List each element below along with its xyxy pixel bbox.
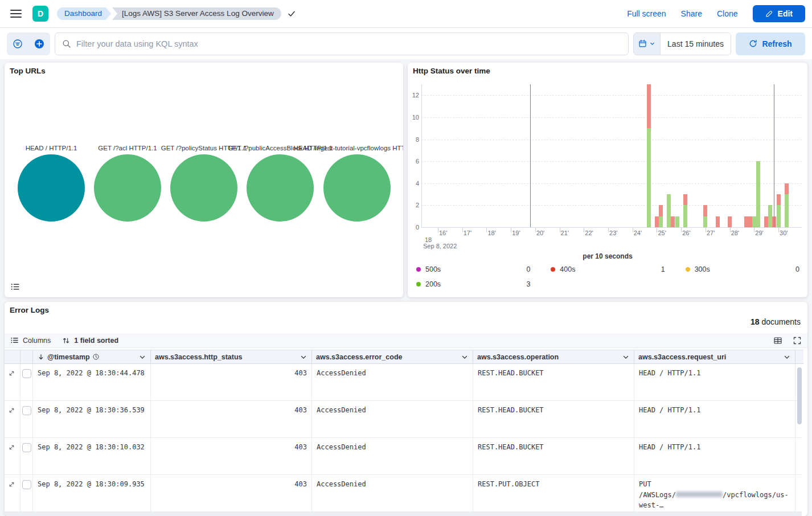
add-filter-button[interactable]: [30, 32, 49, 55]
bar-segment-200s[interactable]: [785, 194, 789, 227]
pie-slice[interactable]: [323, 154, 391, 222]
pie-slice[interactable]: [247, 154, 314, 222]
column-actions-icon[interactable]: [783, 353, 791, 361]
column-header--timestamp[interactable]: @timestamp: [33, 350, 151, 364]
x-axis-tick: [681, 227, 682, 232]
expand-document-button[interactable]: [8, 407, 15, 416]
x-axis-tick-label: 18': [487, 230, 495, 236]
share-button[interactable]: Share: [681, 9, 702, 18]
menu-toggle-button[interactable]: [10, 10, 22, 18]
legend-item-300s[interactable]: 300s0: [686, 263, 799, 276]
data-grid-body: Sep 8, 2022 @ 18:30:44.478403AccessDenie…: [5, 364, 802, 516]
column-header-aws-s3access-request-uri[interactable]: aws.s3access.request_uri: [634, 350, 795, 364]
select-row-checkbox[interactable]: [22, 369, 31, 378]
columns-button-label: Columns: [23, 337, 51, 345]
pie-slice[interactable]: [18, 154, 85, 222]
bar-segment-200s[interactable]: [659, 216, 663, 227]
edit-button[interactable]: Edit: [753, 5, 805, 22]
x-axis-tick: [560, 227, 560, 232]
bar-segment-400s[interactable]: [785, 183, 789, 194]
breadcrumb-dashboard[interactable]: Dashboard: [57, 7, 111, 20]
bar-segment-400s[interactable]: [655, 216, 659, 227]
kql-search-input[interactable]: Filter your data using KQL syntax: [55, 32, 629, 55]
display-density-button[interactable]: [773, 336, 782, 345]
cell-http_status: 403: [151, 475, 312, 512]
time-range-button[interactable]: Last 15 minutes: [661, 33, 731, 55]
legend-item-200s[interactable]: 200s3: [416, 278, 530, 290]
bar-segment-400s[interactable]: [744, 216, 748, 227]
header-lead-cell: [5, 350, 20, 364]
expand-document-button[interactable]: [8, 370, 15, 379]
bar-segment-200s[interactable]: [683, 205, 687, 227]
select-row-checkbox[interactable]: [22, 480, 31, 489]
bar-segment-400s[interactable]: [716, 216, 720, 227]
select-row-checkbox[interactable]: [22, 406, 31, 415]
bar-segment-200s[interactable]: [768, 205, 772, 227]
bar-segment-400s[interactable]: [703, 205, 707, 216]
full-screen-button[interactable]: Full screen: [627, 9, 666, 18]
legend-item-400s[interactable]: 400s1: [551, 263, 665, 276]
date-picker-calendar-button[interactable]: [634, 33, 661, 55]
documents-count-label: documents: [762, 317, 801, 326]
column-actions-icon[interactable]: [138, 353, 146, 361]
bar-segment-200s[interactable]: [647, 128, 651, 227]
column-actions-icon[interactable]: [622, 353, 630, 361]
bar-segment-400s[interactable]: [659, 205, 663, 216]
x-axis-tick: [657, 227, 657, 232]
legend-color-dot: [551, 267, 555, 272]
column-header-aws-s3access-error-code[interactable]: aws.s3access.error_code: [312, 350, 473, 364]
x-axis-tick-label: 24': [634, 230, 642, 236]
bar-segment-200s[interactable]: [675, 216, 679, 227]
column-actions-icon[interactable]: [300, 353, 307, 361]
filter-options-button[interactable]: [8, 32, 27, 55]
bar-segment-400s[interactable]: [764, 216, 768, 227]
bar-segment-400s[interactable]: [647, 84, 651, 128]
expand-document-button[interactable]: [8, 444, 15, 453]
columns-button[interactable]: Columns: [10, 336, 51, 345]
column-header-aws-s3access-http-status[interactable]: aws.s3access.http_status: [151, 350, 312, 364]
x-axis-tick-label: 25': [658, 230, 666, 236]
bar-segment-200s[interactable]: [667, 194, 671, 227]
bar-segment-400s[interactable]: [772, 216, 776, 227]
clone-button[interactable]: Clone: [717, 9, 738, 18]
bar-segment-400s[interactable]: [748, 216, 752, 227]
pie-label: HEAD / HTTP/1.1: [26, 145, 77, 151]
cell-http_status: 403: [151, 401, 312, 438]
pie-slice[interactable]: [94, 154, 161, 222]
search-placeholder: Filter your data using KQL syntax: [76, 39, 198, 48]
cell-timestamp: Sep 8, 2022 @ 18:30:10.032: [33, 438, 151, 475]
cell-timestamp: Sep 8, 2022 @ 18:30:36.539: [33, 401, 151, 438]
sort-fields-button[interactable]: 1 field sorted: [62, 337, 118, 345]
column-header-label: aws.s3access.operation: [477, 353, 559, 361]
x-axis-tick-label: 29': [755, 230, 763, 236]
bar-segment-400s[interactable]: [683, 194, 687, 205]
bar-segment-200s[interactable]: [777, 205, 781, 227]
bar-segment-200s[interactable]: [703, 216, 707, 227]
legend-item-500s[interactable]: 500s0: [416, 263, 530, 276]
cell-timestamp: Sep 8, 2022 @ 18:30:44.478: [33, 364, 151, 401]
bar-segment-200s[interactable]: [752, 216, 756, 227]
column-header-aws-s3access-operation[interactable]: aws.s3access.operation: [473, 350, 634, 364]
refresh-button[interactable]: Refresh: [736, 32, 805, 55]
legend-toggle-button[interactable]: [9, 280, 23, 293]
breadcrumb-page-title[interactable]: [Logs AWS] S3 Server Access Log Overview: [112, 7, 281, 20]
bar-segment-400s[interactable]: [728, 216, 732, 227]
legend-value: 1: [661, 265, 665, 273]
expand-document-button[interactable]: [8, 481, 15, 490]
column-actions-icon[interactable]: [461, 353, 469, 361]
refresh-icon: [749, 39, 757, 48]
y-axis-tick-label: 4: [408, 180, 419, 187]
grid-fullscreen-button[interactable]: [793, 336, 802, 345]
plus-circle-icon: [34, 39, 44, 49]
select-row-checkbox[interactable]: [22, 443, 31, 452]
top-urls-panel: Top URLs HEAD / HTTP/1.1GET /?acl HTTP/1…: [5, 63, 403, 297]
bar-segment-200s[interactable]: [756, 161, 760, 227]
pie-slice[interactable]: [170, 154, 237, 222]
x-axis-tick-label: 26': [682, 230, 690, 236]
vertical-scrollbar-thumb[interactable]: [797, 367, 802, 424]
checkbox-cell: [20, 438, 33, 475]
bar-segment-400s[interactable]: [777, 194, 781, 205]
space-avatar[interactable]: D: [32, 6, 48, 22]
chart-legend: 500s0400s1300s0200s3: [416, 263, 799, 290]
bar-segment-400s[interactable]: [671, 216, 675, 227]
